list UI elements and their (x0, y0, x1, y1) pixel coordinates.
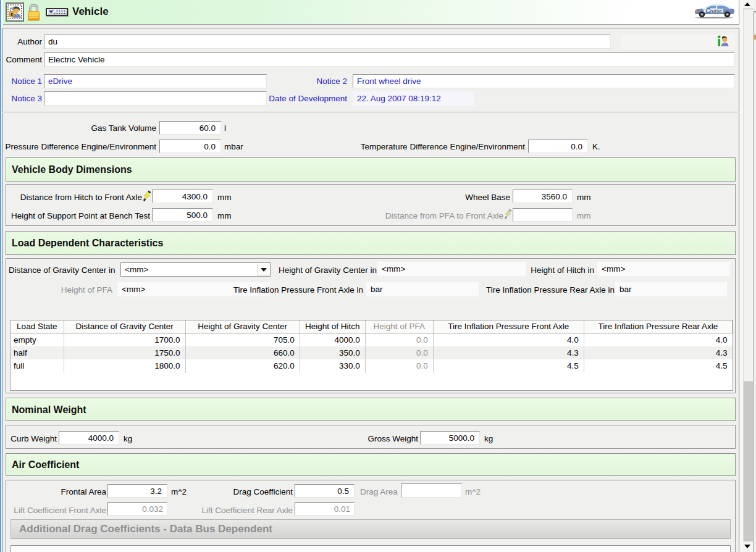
svg-text:ruise: ruise (710, 8, 723, 14)
